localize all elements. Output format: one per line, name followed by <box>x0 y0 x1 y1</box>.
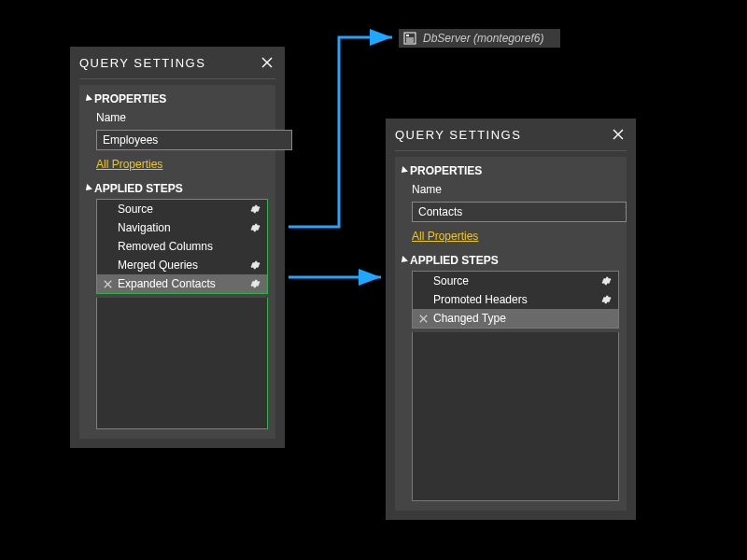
name-label: Name <box>412 183 619 196</box>
collapse-icon <box>399 256 408 265</box>
db-server-label: DbServer (montegoref6) <box>423 32 543 45</box>
panel-body: PROPERTIES Name All Properties APPLIED S… <box>79 85 275 439</box>
name-label: Name <box>96 111 268 124</box>
applied-step[interactable]: Changed Type <box>413 309 618 328</box>
applied-step[interactable]: Merged Queries <box>97 256 267 274</box>
collapse-icon <box>83 184 92 193</box>
query-settings-panel-1: QUERY SETTINGS PROPERTIES Name All Prope… <box>70 47 285 448</box>
svg-rect-1 <box>406 35 409 36</box>
applied-step-label: Removed Columns <box>118 240 245 253</box>
all-properties-link[interactable]: All Properties <box>412 230 478 243</box>
properties-section-header[interactable]: PROPERTIES <box>87 92 268 105</box>
panel-body: PROPERTIES Name All Properties APPLIED S… <box>395 157 627 511</box>
applied-steps-section-header[interactable]: APPLIED STEPS <box>87 182 268 195</box>
properties-label: PROPERTIES <box>94 92 166 105</box>
applied-step-label: Source <box>118 203 245 216</box>
panel-header: QUERY SETTINGS <box>70 47 285 78</box>
name-input[interactable] <box>96 130 292 150</box>
collapse-icon <box>399 166 408 175</box>
applied-steps-list[interactable]: SourceNavigationRemoved ColumnsMerged Qu… <box>96 199 268 294</box>
close-button[interactable] <box>259 54 275 71</box>
applied-steps-label: APPLIED STEPS <box>410 254 499 267</box>
applied-step-label: Changed Type <box>433 312 596 325</box>
all-properties-link[interactable]: All Properties <box>96 158 162 171</box>
close-button[interactable] <box>610 126 627 143</box>
gear-icon[interactable] <box>248 222 261 233</box>
panel-title: QUERY SETTINGS <box>79 56 205 70</box>
applied-step[interactable]: Source <box>413 272 618 290</box>
applied-step-label: Navigation <box>118 221 245 234</box>
close-icon <box>261 57 273 68</box>
divider <box>395 150 627 151</box>
query-settings-panel-2: QUERY SETTINGS PROPERTIES Name All Prope… <box>386 119 636 520</box>
applied-step-label: Merged Queries <box>118 259 245 272</box>
applied-steps-empty-area <box>412 332 619 501</box>
applied-step[interactable]: Navigation <box>97 218 267 237</box>
db-server-node[interactable]: DbServer (montegoref6) <box>399 29 560 48</box>
applied-step[interactable]: Removed Columns <box>97 237 267 256</box>
properties-label: PROPERTIES <box>410 164 482 177</box>
applied-steps-empty-area <box>96 298 268 429</box>
divider <box>79 78 275 79</box>
delete-step-icon[interactable] <box>416 315 430 323</box>
gear-icon[interactable] <box>248 278 261 289</box>
gear-icon[interactable] <box>248 203 261 215</box>
applied-step[interactable]: Promoted Headers <box>413 290 618 309</box>
applied-step-label: Promoted Headers <box>433 293 596 306</box>
applied-step[interactable]: Expanded Contacts <box>97 274 267 293</box>
applied-step[interactable]: Source <box>97 200 267 218</box>
gear-icon[interactable] <box>248 259 261 271</box>
delete-step-icon[interactable] <box>101 280 114 288</box>
database-icon <box>402 31 417 46</box>
close-icon <box>613 129 624 140</box>
gear-icon[interactable] <box>599 294 613 305</box>
applied-steps-list[interactable]: SourcePromoted HeadersChanged Type <box>412 271 619 329</box>
collapse-icon <box>83 94 92 104</box>
gear-icon[interactable] <box>599 275 613 287</box>
properties-section-header[interactable]: PROPERTIES <box>402 164 619 177</box>
name-input[interactable] <box>412 202 627 222</box>
panel-title: QUERY SETTINGS <box>395 128 521 142</box>
applied-step-label: Source <box>433 274 596 287</box>
applied-steps-label: APPLIED STEPS <box>94 182 183 195</box>
panel-header: QUERY SETTINGS <box>386 119 636 150</box>
applied-steps-section-header[interactable]: APPLIED STEPS <box>402 254 619 267</box>
applied-step-label: Expanded Contacts <box>118 277 245 290</box>
